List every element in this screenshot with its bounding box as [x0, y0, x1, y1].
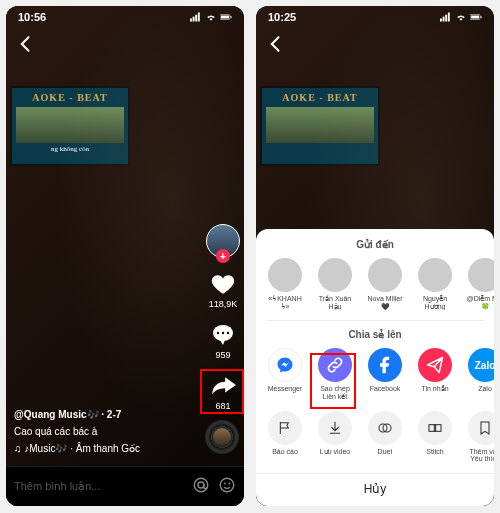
share-button[interactable]: 681: [209, 372, 237, 411]
action-rail: + 118,9K 959 681: [206, 224, 240, 411]
svg-rect-6: [231, 16, 232, 18]
share-count: 681: [215, 401, 230, 411]
karaoke-tv: AOKE - BEAT ng không còn: [10, 86, 130, 166]
profile-avatar[interactable]: +: [206, 224, 240, 258]
description: Cao quá các bác à: [14, 424, 194, 439]
zalo-icon: Zalo: [468, 348, 494, 382]
svg-point-9: [222, 332, 224, 334]
comment-icon: [209, 321, 237, 349]
sound-name[interactable]: ♫ ♪Music🎶 · Âm thanh Gốc: [14, 441, 194, 456]
share-icon: [209, 372, 237, 400]
status-icons: [190, 12, 232, 22]
follow-plus-icon[interactable]: +: [216, 249, 230, 263]
svg-rect-1: [193, 17, 195, 22]
mention-icon[interactable]: [192, 476, 210, 498]
tv-title-2: AOKE - BEAT: [282, 92, 357, 103]
avatar-image: +: [206, 224, 240, 258]
wifi-icon: [205, 12, 217, 22]
phone-right: AOKE - BEAT 10:25 Gửi đến «ϟKHANH ϟ» Trầ…: [256, 6, 494, 506]
svg-rect-3: [198, 13, 200, 22]
app-zalo[interactable]: ZaloZalo: [462, 348, 494, 400]
comment-button[interactable]: 959: [209, 321, 237, 360]
svg-point-14: [224, 482, 226, 484]
action-duet[interactable]: Duet: [362, 411, 408, 463]
tv-image-2: [266, 107, 374, 143]
svg-point-10: [227, 332, 229, 334]
app-copy-link[interactable]: Sao chép Liên kết: [312, 348, 358, 400]
tv-lyric: ng không còn: [51, 145, 89, 153]
apps-row[interactable]: Messenger Sao chép Liên kết Facebook Tin…: [256, 348, 494, 410]
contact-item[interactable]: Nova Miller 🖤: [362, 258, 408, 310]
heart-icon: [209, 270, 237, 298]
svg-rect-2: [195, 15, 197, 22]
comment-input[interactable]: Thêm bình luận...: [14, 480, 184, 493]
contact-item[interactable]: «ϟKHANH ϟ»: [262, 258, 308, 310]
comment-count: 959: [215, 350, 230, 360]
avatar: [268, 258, 302, 292]
action-favorite[interactable]: Thêm vào Yêu thích: [462, 411, 494, 463]
action-report[interactable]: Báo cáo: [262, 411, 308, 463]
status-bar-2: 10:25: [256, 6, 494, 28]
phone-left: AOKE - BEAT ng không còn 10:56 + 118,9K …: [6, 6, 244, 506]
avatar: [368, 258, 402, 292]
tv-title: AOKE - BEAT: [32, 92, 107, 103]
status-icons-2: [440, 12, 482, 22]
svg-point-8: [217, 332, 219, 334]
contact-item[interactable]: @Diễm Min 🍀: [462, 258, 494, 310]
svg-point-11: [194, 478, 208, 492]
signal-icon: [190, 12, 202, 22]
download-icon: [318, 411, 352, 445]
action-stitch[interactable]: Stitch: [412, 411, 458, 463]
svg-point-12: [198, 482, 204, 488]
back-button-2[interactable]: [266, 34, 286, 58]
svg-rect-21: [471, 16, 479, 19]
username[interactable]: @Quang Music🎶 · 2-7: [14, 407, 194, 422]
actions-row[interactable]: Báo cáo Lưu video Duet Stitch Thêm vào Y…: [256, 411, 494, 473]
send-to-title: Gửi đến: [256, 239, 494, 250]
battery-icon: [470, 12, 482, 22]
chevron-left-icon: [266, 34, 286, 54]
status-time-2: 10:25: [268, 11, 296, 23]
svg-point-13: [220, 478, 234, 492]
divider: [266, 320, 484, 321]
facebook-icon: [368, 348, 402, 382]
stitch-icon: [418, 411, 452, 445]
contact-item[interactable]: Nguyễn Hương: [412, 258, 458, 310]
karaoke-tv-2: AOKE - BEAT: [260, 86, 380, 166]
status-time: 10:56: [18, 11, 46, 23]
svg-rect-17: [443, 17, 445, 22]
emoji-icon[interactable]: [218, 476, 236, 498]
battery-icon: [220, 12, 232, 22]
like-count: 118,9K: [209, 299, 238, 309]
comment-bar: Thêm bình luận...: [6, 466, 244, 506]
svg-rect-19: [448, 13, 450, 22]
signal-icon: [440, 12, 452, 22]
flag-icon: [268, 411, 302, 445]
sound-disc[interactable]: [205, 420, 239, 454]
like-button[interactable]: 118,9K: [209, 270, 238, 309]
share-to-title: Chia sẻ lên: [256, 329, 494, 340]
back-button[interactable]: [16, 34, 36, 58]
avatar: [468, 258, 494, 292]
action-save[interactable]: Lưu video: [312, 411, 358, 463]
app-messenger[interactable]: Messenger: [262, 348, 308, 400]
caption-area: @Quang Music🎶 · 2-7 Cao quá các bác à ♫ …: [14, 407, 194, 456]
svg-rect-18: [445, 15, 447, 22]
send-icon: [418, 348, 452, 382]
chevron-left-icon: [16, 34, 36, 54]
contact-item[interactable]: Trần Xuân Hậu: [312, 258, 358, 310]
svg-rect-0: [190, 19, 192, 22]
status-bar: 10:56: [6, 6, 244, 28]
app-facebook[interactable]: Facebook: [362, 348, 408, 400]
messenger-icon: [268, 348, 302, 382]
svg-rect-5: [221, 16, 229, 19]
svg-point-15: [228, 482, 230, 484]
duet-icon: [368, 411, 402, 445]
avatar: [318, 258, 352, 292]
bookmark-icon: [468, 411, 494, 445]
wifi-icon: [455, 12, 467, 22]
avatar: [418, 258, 452, 292]
contacts-row[interactable]: «ϟKHANH ϟ» Trần Xuân Hậu Nova Miller 🖤 N…: [256, 258, 494, 320]
app-message[interactable]: Tin nhắn: [412, 348, 458, 400]
cancel-button[interactable]: Hủy: [256, 473, 494, 500]
